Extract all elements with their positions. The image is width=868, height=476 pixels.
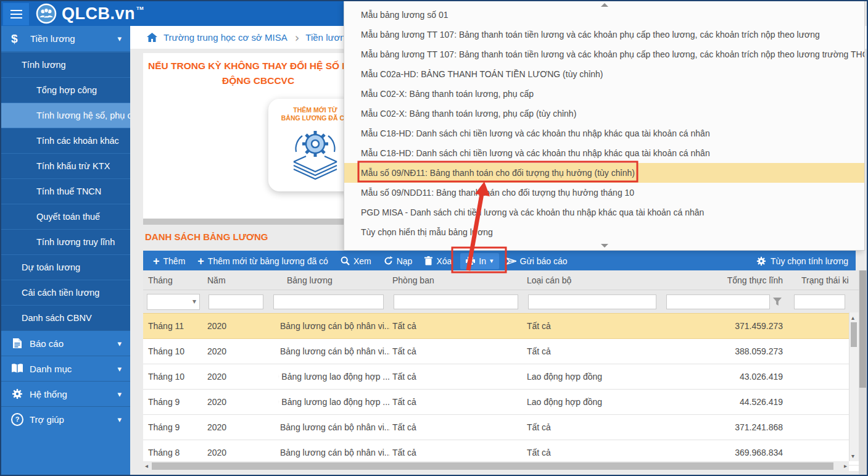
tree-node-icon xyxy=(278,369,279,385)
col-header-check-status[interactable]: Trạng thái kiểm tra xyxy=(788,275,849,285)
salary-options-button[interactable]: Tùy chọn tính lương xyxy=(756,256,848,266)
staff-type-filter-input[interactable] xyxy=(528,294,656,309)
sidebar-item-tinh-luong-he-so[interactable]: Tính lương hệ số, phụ cấp xyxy=(1,102,130,128)
col-header-net-total[interactable]: Tổng thực lĩnh xyxy=(663,275,788,285)
menu-item-mau-09-ndd11-thang10[interactable]: Mẫu số 09/NDD11: Bảng thanh toán cho đối… xyxy=(344,183,864,203)
col-header-staff-type[interactable]: Loại cán bộ xyxy=(524,275,663,285)
gear-stack-illustration xyxy=(281,123,349,182)
hamburger-menu-icon[interactable] xyxy=(3,3,29,25)
sidebar-module-label: Trợ giúp xyxy=(30,414,64,425)
app-window: QLCB.vnTM $ Tiền lương ▾ Tính lương Tổng… xyxy=(0,0,868,476)
menu-item-c18-hd[interactable]: Mẫu C18-HD: Danh sách chi tiền lương và … xyxy=(344,123,864,143)
view-button[interactable]: Xem xyxy=(341,256,371,266)
printer-icon xyxy=(466,257,475,265)
salary-options-label: Tùy chọn tính lương xyxy=(771,256,848,266)
scroll-right-icon[interactable]: ▸ xyxy=(844,462,847,469)
add-label: Thêm xyxy=(163,256,186,266)
menu-item-c02a-hd[interactable]: Mẫu C02a-HD: BẢNG THANH TOÁN TIỀN LƯƠNG … xyxy=(344,64,864,84)
col-header-month[interactable]: Tháng xyxy=(143,275,205,285)
page-vertical-scrollbar[interactable] xyxy=(859,270,867,475)
sidebar-item-quyet-toan-thue[interactable]: Quyết toán thuế xyxy=(1,204,130,229)
menu-scroll-down-icon[interactable] xyxy=(601,244,608,248)
month-filter-dropdown[interactable]: ▾ xyxy=(147,294,200,310)
delete-button[interactable]: Xóa xyxy=(424,256,452,266)
sidebar-module-he-thong[interactable]: Hệ thống ▾ xyxy=(1,381,130,406)
sidebar-module-salary[interactable]: $ Tiền lương ▾ xyxy=(1,26,130,52)
sidebar-module-tro-giup[interactable]: ? Trợ giúp ▾ xyxy=(1,406,130,432)
plus-icon: + xyxy=(197,256,204,267)
chevron-down-icon: ▾ xyxy=(117,390,122,399)
table-row[interactable]: Tháng 102020 Bảng lương lao động hợp ...… xyxy=(143,364,859,390)
gear-icon xyxy=(756,256,766,266)
menu-item-mau-so-01[interactable]: Mẫu bảng lương số 01 xyxy=(344,5,864,25)
sidebar-nav: $ Tiền lương ▾ Tính lương Tổng hợp công … xyxy=(1,26,130,475)
table-row[interactable]: Tháng 92020 Bảng lương cán bộ nhân vi...… xyxy=(143,415,859,440)
chevron-down-icon: ▾ xyxy=(117,415,122,424)
table-row[interactable]: Tháng 112020 Bảng lương cán bộ nhân vi..… xyxy=(143,313,859,339)
sidebar-module-label: Tiền lương xyxy=(30,33,75,44)
scroll-up-icon[interactable]: ▴ xyxy=(851,314,854,321)
menu-item-c02x-tuy-chinh[interactable]: Mẫu C02-X: Bảng thanh toán lương, phụ cấ… xyxy=(344,104,864,123)
payroll-toolbar: + Thêm + Thêm mới từ bảng lương đã có Xe… xyxy=(143,251,856,271)
sidebar-item-tinh-luong-truy-linh[interactable]: Tính lương truy lĩnh xyxy=(1,229,130,254)
warning-text-line2: ĐỘNG CBCCVC xyxy=(222,75,294,86)
menu-item-c02x[interactable]: Mẫu C02-X: Bảng thanh toán lương, phụ cấ… xyxy=(344,84,864,104)
payroll-filter-input[interactable] xyxy=(273,294,384,309)
menu-item-mau-09-nd11-highlighted[interactable]: Mẫu số 09/NĐ11: Bảng thanh toán cho đối … xyxy=(344,163,864,183)
warning-text-line1: NẾU TRONG KỲ KHÔNG THAY ĐỔI HỆ SỐ LƯƠN xyxy=(148,61,371,72)
menu-scroll-up-icon[interactable] xyxy=(601,3,608,7)
print-template-menu: Mẫu bảng lương số 01 Mẫu bảng lương TT 1… xyxy=(344,1,865,251)
add-button[interactable]: + Thêm xyxy=(153,256,185,267)
menu-item-tuy-chon-hien-thi[interactable]: Tùy chọn hiển thị mẫu bảng lương xyxy=(344,222,864,242)
menu-item-tt107[interactable]: Mẫu bảng lương TT 107: Bảng thanh toán t… xyxy=(344,25,864,44)
scrollbar-thumb[interactable] xyxy=(851,322,857,347)
col-header-department[interactable]: Phòng ban xyxy=(390,275,524,285)
sidebar-module-danh-muc[interactable]: Danh mục ▾ xyxy=(1,356,130,381)
col-header-payroll[interactable]: Bảng lương xyxy=(270,275,390,285)
add-from-existing-button[interactable]: + Thêm mới từ bảng lương đã có xyxy=(197,256,328,267)
chevron-down-icon: ▾ xyxy=(117,364,122,374)
sidebar-item-danh-sach-cbnv[interactable]: Danh sách CBNV xyxy=(1,305,130,330)
menu-item-tt107-thcs-misa[interactable]: Mẫu bảng lương TT 107: Bảng thanh toán t… xyxy=(344,44,864,64)
year-filter-input[interactable] xyxy=(209,294,263,309)
menu-item-pgd-misa[interactable]: PGD MISA - Danh sách chi tiền lương và c… xyxy=(344,203,864,222)
breadcrumb-root[interactable]: Trường trung học cơ sở MISA xyxy=(163,32,287,43)
sidebar-item-tinh-cac-khoan-khac[interactable]: Tính các khoản khác xyxy=(1,128,130,153)
print-button[interactable]: In ▾ xyxy=(460,253,498,269)
home-icon[interactable] xyxy=(147,33,157,42)
sidebar-item-tong-hop-cong[interactable]: Tổng hợp công xyxy=(1,77,130,102)
sidebar-item-tinh-khau-tru-ktx[interactable]: Tính khấu trừ KTX xyxy=(1,153,130,178)
send-report-button[interactable]: Gửi báo cáo xyxy=(506,256,568,266)
scrollbar-thumb[interactable] xyxy=(152,462,833,470)
payroll-table: Tháng Năm Bảng lương Phòng ban Loại cán … xyxy=(143,270,859,471)
book-icon xyxy=(11,362,23,375)
load-label: Nạp xyxy=(397,256,413,266)
col-header-year[interactable]: Năm xyxy=(205,275,270,285)
table-vertical-scrollbar[interactable]: ▴ ▾ xyxy=(849,312,859,461)
gear-icon xyxy=(11,388,23,400)
sidebar-item-du-toan-luong[interactable]: Dự toán lương xyxy=(1,254,130,280)
logo-text: QLCB.vn xyxy=(62,4,135,23)
menu-item-c18-hd-2[interactable]: Mẫu C18-HD: Danh sách chi tiền lương và … xyxy=(344,143,864,163)
table-row[interactable]: Tháng 102020 Bảng lương cán bộ nhân vi..… xyxy=(143,339,859,364)
table-row[interactable]: Tháng 92020 Bảng lương lao động hợp ... … xyxy=(143,390,859,415)
filter-funnel-icon[interactable] xyxy=(773,298,782,306)
table-header-row: Tháng Năm Bảng lương Phòng ban Loại cán … xyxy=(143,270,859,290)
sidebar-item-cai-cach-tien-luong[interactable]: Cải cách tiền lương xyxy=(1,280,130,305)
scroll-down-icon[interactable]: ▾ xyxy=(851,453,854,459)
scroll-left-icon[interactable]: ◂ xyxy=(145,462,148,469)
people-logo-icon xyxy=(36,3,57,24)
sidebar-item-tinh-thue-tncn[interactable]: Tính thuế TNCN xyxy=(1,178,130,204)
delete-label: Xóa xyxy=(436,256,452,266)
table-horizontal-scrollbar[interactable]: ◂ ▸ xyxy=(143,461,849,471)
net-total-filter-input[interactable] xyxy=(666,294,770,309)
sidebar-module-bao-cao[interactable]: Báo cáo ▾ xyxy=(1,330,130,356)
department-filter-input[interactable] xyxy=(394,294,518,309)
sidebar-item-tinh-luong[interactable]: Tính lương xyxy=(1,52,130,77)
sidebar-module-label: Báo cáo xyxy=(30,338,64,349)
load-button[interactable]: Nạp xyxy=(384,256,413,266)
check-status-filter-input[interactable] xyxy=(794,294,845,309)
app-logo: QLCB.vnTM xyxy=(36,1,143,26)
scrollbar-thumb[interactable] xyxy=(859,270,866,388)
breadcrumb-separator: › xyxy=(295,31,300,44)
